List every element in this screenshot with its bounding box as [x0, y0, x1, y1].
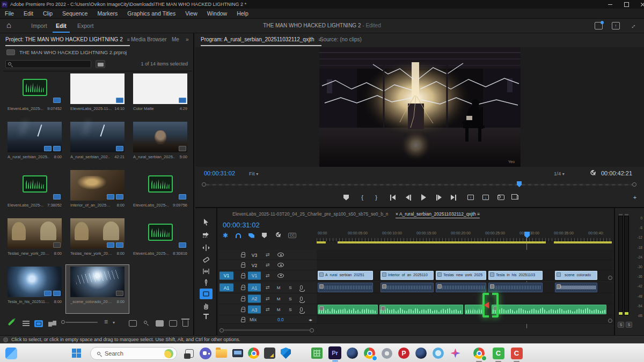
bin-item-audio-4[interactable]: ElevenLabs_2025-..9:09756 [129, 168, 192, 217]
trim-edit-cursor[interactable] [482, 293, 501, 322]
solo-button[interactable]: S [287, 296, 294, 301]
sync-lock-icon[interactable]: ⇄ [266, 252, 270, 257]
meter-solo-left-button[interactable]: S [618, 322, 624, 328]
sync-lock-icon[interactable]: ⇄ [266, 296, 270, 301]
green-grid-app-icon[interactable] [310, 346, 324, 360]
timeline-clip-music[interactable] [465, 305, 484, 314]
mark-in-button[interactable]: { [356, 193, 368, 202]
timeline-tab-active[interactable]: × A_rural_serbian_202511032112_qxjth ≡ [396, 211, 480, 218]
workspace-progress-icon[interactable] [595, 22, 603, 29]
writable-pencil-icon[interactable] [8, 321, 15, 323]
bin-item-video-selected[interactable]: _scene_colorado_2025..8:00 [66, 265, 129, 313]
chrome-icon[interactable] [247, 346, 260, 360]
chrome-profile-s-icon[interactable] [363, 346, 376, 360]
voiceover-record-icon[interactable] [300, 297, 303, 301]
remote-desktop-icon[interactable] [231, 346, 244, 360]
menu-view[interactable]: View [180, 10, 202, 17]
mix-volume-value[interactable]: 0.0 [277, 317, 284, 322]
delete-button[interactable] [182, 320, 188, 327]
bin-item-audio-3[interactable]: ElevenLabs_2025-..7:38052 [3, 168, 66, 217]
timeline-clip-audio[interactable] [488, 283, 543, 292]
timeline-clip-video[interactable]: _scene_colorado [555, 271, 597, 280]
track-label-a1[interactable]: A1 [248, 284, 261, 292]
zoom-slider[interactable] [65, 322, 98, 323]
add-marker-button[interactable] [340, 193, 352, 202]
track-lock-icon[interactable] [241, 252, 245, 257]
list-view-button[interactable] [23, 321, 30, 327]
track-scroll-handle[interactable] [608, 319, 612, 323]
track-select-forward-tool[interactable] [200, 230, 213, 240]
chrome-profile-b-icon[interactable] [472, 346, 486, 360]
track-lock-icon[interactable] [241, 285, 245, 290]
panel-overflow-icon[interactable]: » [186, 33, 189, 46]
track-label-a3[interactable]: A3 [248, 306, 261, 314]
menu-clip[interactable]: Clip [38, 10, 57, 17]
step-forward-button[interactable] [433, 193, 444, 202]
menu-markers[interactable]: Markers [92, 10, 122, 17]
work-area-bar[interactable] [338, 241, 546, 243]
bin-item-audio-1[interactable]: ElevenLabs_2025-..9:07452 [3, 72, 66, 120]
sync-lock-icon[interactable]: ⇄ [266, 307, 270, 312]
menu-help[interactable]: Help [232, 10, 253, 17]
snap-icon[interactable] [236, 233, 241, 238]
tab-program[interactable]: Program: A_rural_serbian_202511032112_qx… [201, 33, 321, 46]
zoom-level-dropdown[interactable]: Fit ▾ [249, 171, 258, 176]
track-label-v2[interactable]: V2 [248, 261, 261, 269]
mute-button[interactable]: M [275, 296, 282, 301]
timeline-clip-video[interactable]: Teslas_new_york_2025 [436, 271, 486, 280]
close-button[interactable] [634, 0, 644, 9]
go-to-out-button[interactable] [448, 193, 459, 202]
linked-selection-icon[interactable] [248, 233, 254, 238]
timeline-clip-music[interactable] [379, 305, 463, 314]
program-scrubber[interactable] [202, 181, 638, 188]
button-editor-plus[interactable]: + [629, 193, 641, 202]
bin-item-video[interactable]: A_rural_serbian_2025..8:00 [3, 120, 66, 168]
timeline-settings-wrench-icon[interactable] [274, 232, 281, 239]
automate-to-sequence-button[interactable] [129, 320, 137, 327]
captions-icon[interactable]: CC [288, 233, 296, 238]
solo-button[interactable]: S [287, 285, 294, 290]
track-v2-content[interactable] [317, 260, 613, 270]
ripple-edit-tool[interactable] [200, 242, 213, 253]
toggle-track-output-icon[interactable] [277, 253, 284, 257]
bin-item-video[interactable]: A_rural_serbian_2025..5:00 [129, 120, 192, 168]
timeline-zoom-scrollbar[interactable] [219, 328, 314, 332]
nest-sequence-icon[interactable]: ✱ [223, 232, 228, 239]
new-bin-button[interactable] [156, 320, 164, 327]
timeline-clip-audio[interactable] [318, 283, 373, 292]
windows-security-icon[interactable] [279, 346, 292, 360]
bin-search-input[interactable] [5, 60, 91, 68]
menu-window[interactable]: Window [202, 10, 232, 17]
search-highlights-icon[interactable] [164, 349, 173, 358]
add-marker-icon[interactable] [262, 233, 267, 238]
dark-app-icon[interactable] [263, 346, 276, 360]
bin-item-video[interactable]: Tesla_in_his_2025110..8:00 [3, 265, 66, 313]
menu-graphics-titles[interactable]: Graphics and Titles [122, 10, 180, 17]
file-explorer-icon[interactable] [215, 346, 228, 360]
source-patch-v1[interactable]: V1 [219, 271, 233, 279]
export-frame-button[interactable] [495, 193, 507, 202]
type-tool[interactable] [200, 311, 213, 322]
bin-item-audio-5[interactable]: ElevenLabs_2025-..8:30816 [129, 217, 192, 265]
extract-button[interactable]: ↓ [480, 193, 492, 202]
timeline-clip-audio[interactable] [436, 283, 486, 292]
step-back-button[interactable] [402, 193, 414, 202]
timeline-tab-inactive[interactable]: ElevenLabs_2025-11-03T20_04_25_Charlie_p… [232, 211, 388, 217]
bin-item-color-matte[interactable]: Color Matte4:29 [129, 72, 192, 120]
tab-source[interactable]: Source: (no clips) [320, 33, 362, 46]
solo-button[interactable]: S [287, 307, 294, 312]
share-icon[interactable]: ↑ [612, 22, 620, 29]
voiceover-record-icon[interactable] [300, 285, 303, 290]
start-button[interactable] [70, 346, 83, 360]
program-playhead[interactable] [517, 181, 522, 187]
hand-tool[interactable] [200, 300, 213, 311]
capcut-icon[interactable]: C [510, 346, 523, 360]
timeline-clip-video[interactable]: Interior_of_an_2025110 [380, 271, 434, 280]
task-view-icon[interactable] [182, 346, 196, 360]
pen-tool[interactable] [200, 277, 213, 288]
track-a3-content[interactable] [317, 304, 613, 315]
settings-gear-icon[interactable] [380, 346, 393, 360]
timeline-timecode[interactable]: 00:00:31:02 [223, 221, 260, 229]
track-lock-icon[interactable] [241, 296, 245, 301]
track-lock-icon[interactable] [241, 307, 245, 312]
